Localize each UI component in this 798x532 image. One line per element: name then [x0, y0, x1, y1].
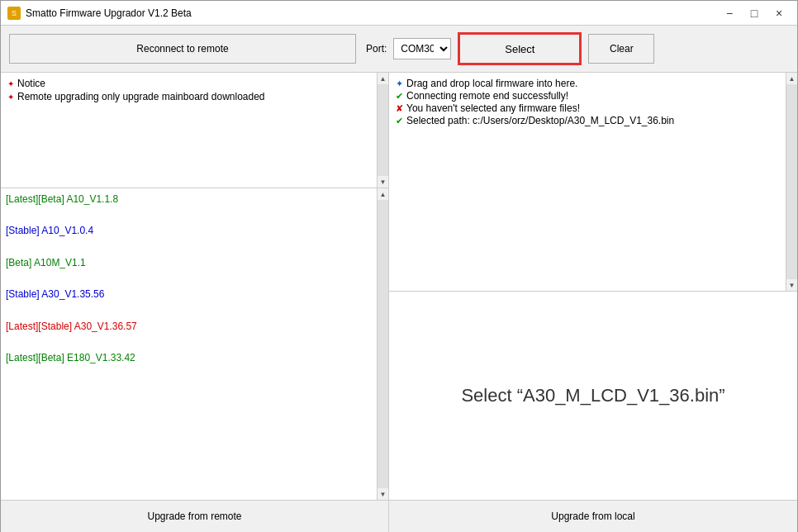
- firmware-scroll-down[interactable]: ▼: [378, 488, 389, 500]
- log-line-3: ✘ You haven't selected any firmware file…: [396, 102, 779, 114]
- notice-scroll-down[interactable]: ▼: [378, 176, 389, 188]
- log-area: ✦ Drag and drop local firmware into here…: [389, 73, 797, 292]
- minimize-button[interactable]: −: [718, 4, 741, 22]
- select-display-text: Select “A30_M_LCD_V1_36.bin”: [461, 385, 724, 406]
- port-label: Port:: [366, 43, 387, 55]
- list-item[interactable]: [Beta] A10M_V1.1: [6, 255, 383, 271]
- notice-scroll-track[interactable]: [378, 84, 388, 176]
- clear-button[interactable]: Clear: [588, 34, 654, 64]
- log-line-2: ✔ Connecting remote end successfully!: [396, 90, 779, 102]
- upgrade-remote-button[interactable]: Upgrade from remote: [1, 501, 389, 532]
- log-scroll-down[interactable]: ▼: [786, 279, 798, 291]
- firmware-scroll-up[interactable]: ▲: [378, 188, 389, 200]
- firmware-list: [Latest][Beta] A10_V1.1.8 [Stable] A10_V…: [1, 188, 388, 500]
- log-line-4: ✔ Selected path: c:/Users/orz/Desktop/A3…: [396, 115, 779, 126]
- left-panel: ✦ Notice ✦ Remote upgrading only upgrade…: [1, 73, 389, 500]
- log-text-nofile: You haven't selected any firmware files!: [406, 102, 580, 114]
- main-content: ✦ Notice ✦ Remote upgrading only upgrade…: [1, 73, 797, 500]
- log-line-1: ✦ Drag and drop local firmware into here…: [396, 78, 779, 89]
- notice-bullet-2: ✦: [7, 93, 14, 102]
- notice-line-1: ✦ Notice: [7, 78, 370, 89]
- main-window: S Smatto Firmware Upgrador V1.2 Beta − □…: [0, 0, 798, 532]
- title-bar: S Smatto Firmware Upgrador V1.2 Beta − □…: [1, 1, 797, 26]
- notice-line-2: ✦ Remote upgrading only upgrade mainboar…: [7, 91, 370, 102]
- list-item[interactable]: [Latest][Beta] E180_V1.33.42: [6, 350, 383, 366]
- notice-text-2: Remote upgrading only upgrade mainboard …: [17, 91, 265, 102]
- notice-area-inner: ✦ Notice ✦ Remote upgrading only upgrade…: [7, 78, 382, 183]
- notice-bullet-1: ✦: [7, 79, 14, 88]
- log-icon-connect: ✔: [396, 91, 403, 102]
- reconnect-button[interactable]: Reconnect to remote: [9, 34, 356, 64]
- log-scroll-track[interactable]: [786, 84, 797, 279]
- log-icon-nofile: ✘: [396, 103, 403, 114]
- toolbar: Reconnect to remote Port: COM30 COM1 COM…: [1, 26, 797, 73]
- list-item[interactable]: [Latest][Stable] A30_V1.36.57: [6, 319, 383, 335]
- log-scroll-up[interactable]: ▲: [786, 73, 798, 84]
- maximize-button[interactable]: □: [743, 4, 766, 22]
- log-scrollbar[interactable]: ▲ ▼: [786, 73, 797, 291]
- list-item[interactable]: [Stable] A10_V1.0.4: [6, 223, 383, 239]
- list-item[interactable]: [Stable] A30_V1.35.56: [6, 287, 383, 302]
- right-panel: ✦ Drag and drop local firmware into here…: [389, 73, 797, 500]
- notice-text-1: Notice: [17, 78, 45, 89]
- close-button[interactable]: ×: [767, 4, 791, 22]
- log-text-drag: Drag and drop local firmware into here.: [406, 78, 577, 89]
- app-icon: S: [7, 7, 21, 20]
- window-title: Smatto Firmware Upgrador V1.2 Beta: [26, 7, 718, 19]
- list-item[interactable]: [Latest][Beta] A10_V1.1.8: [6, 192, 383, 207]
- port-select[interactable]: COM30 COM1 COM2 COM3: [393, 38, 451, 59]
- bottom-bar: Upgrade from remote Upgrade from local: [1, 500, 797, 531]
- upgrade-local-button[interactable]: Upgrade from local: [389, 501, 797, 532]
- log-icon-drag: ✦: [396, 78, 403, 89]
- notice-scrollbar[interactable]: ▲ ▼: [377, 73, 388, 188]
- firmware-scroll-track[interactable]: [378, 200, 388, 488]
- select-button[interactable]: Select: [458, 32, 582, 65]
- firmware-list-area: [Latest][Beta] A10_V1.1.8 [Stable] A10_V…: [1, 188, 388, 500]
- window-controls: − □ ×: [718, 4, 791, 22]
- log-text-path: Selected path: c:/Users/orz/Desktop/A30_…: [406, 115, 674, 126]
- notice-area: ✦ Notice ✦ Remote upgrading only upgrade…: [1, 73, 388, 188]
- log-icon-path: ✔: [396, 116, 403, 126]
- log-area-inner: ✦ Drag and drop local firmware into here…: [396, 78, 791, 286]
- log-text-connect: Connecting remote end successfully!: [406, 90, 568, 102]
- select-display: Select “A30_M_LCD_V1_36.bin”: [389, 292, 797, 500]
- firmware-scrollbar[interactable]: ▲ ▼: [377, 188, 388, 500]
- notice-scroll-up[interactable]: ▲: [378, 73, 389, 84]
